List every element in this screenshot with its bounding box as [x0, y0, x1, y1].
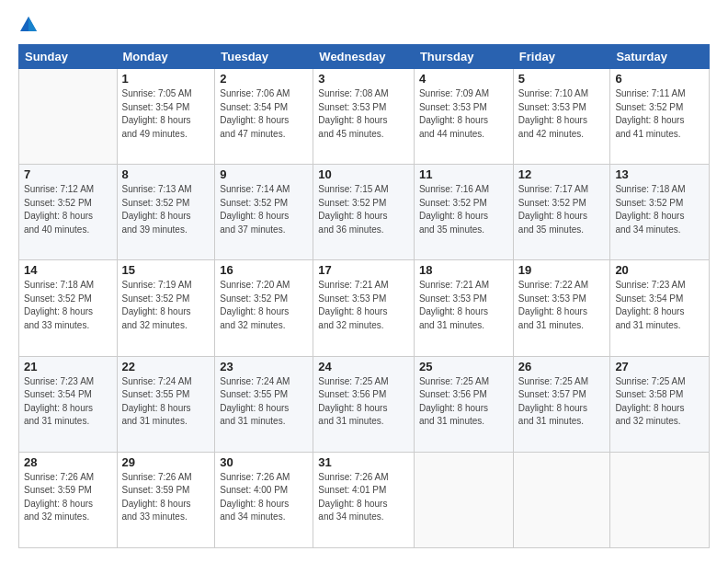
header — [18, 15, 710, 35]
day-cell: 25Sunrise: 7:25 AM Sunset: 3:56 PM Dayli… — [414, 356, 513, 452]
col-header-wednesday: Wednesday — [313, 45, 415, 69]
day-number: 24 — [318, 360, 409, 373]
svg-marker-1 — [28, 17, 37, 31]
day-cell: 11Sunrise: 7:16 AM Sunset: 3:52 PM Dayli… — [414, 165, 513, 260]
day-number: 21 — [24, 360, 112, 373]
day-info: Sunrise: 7:23 AM Sunset: 3:54 PM Dayligh… — [24, 375, 112, 429]
day-info: Sunrise: 7:16 AM Sunset: 3:52 PM Dayligh… — [419, 183, 508, 236]
day-number: 10 — [318, 167, 409, 181]
day-cell: 29Sunrise: 7:26 AM Sunset: 3:59 PM Dayli… — [117, 452, 215, 547]
day-info: Sunrise: 7:11 AM Sunset: 3:52 PM Dayligh… — [615, 87, 704, 141]
day-info: Sunrise: 7:13 AM Sunset: 3:52 PM Dayligh… — [122, 183, 210, 236]
day-info: Sunrise: 7:22 AM Sunset: 3:53 PM Dayligh… — [518, 279, 606, 332]
day-cell: 2Sunrise: 7:06 AM Sunset: 3:54 PM Daylig… — [215, 69, 313, 165]
day-info: Sunrise: 7:19 AM Sunset: 3:52 PM Dayligh… — [122, 279, 210, 332]
day-info: Sunrise: 7:25 AM Sunset: 3:57 PM Dayligh… — [518, 375, 606, 429]
day-info: Sunrise: 7:25 AM Sunset: 3:58 PM Dayligh… — [615, 375, 704, 429]
day-number: 8 — [122, 167, 210, 181]
col-header-tuesday: Tuesday — [215, 45, 313, 69]
day-cell: 4Sunrise: 7:09 AM Sunset: 3:53 PM Daylig… — [414, 69, 513, 165]
day-cell: 19Sunrise: 7:22 AM Sunset: 3:53 PM Dayli… — [513, 260, 610, 356]
day-number: 2 — [220, 72, 308, 86]
day-info: Sunrise: 7:18 AM Sunset: 3:52 PM Dayligh… — [24, 279, 112, 332]
day-cell: 28Sunrise: 7:26 AM Sunset: 3:59 PM Dayli… — [19, 452, 118, 547]
day-info: Sunrise: 7:23 AM Sunset: 3:54 PM Dayligh… — [615, 279, 704, 332]
day-info: Sunrise: 7:26 AM Sunset: 3:59 PM Dayligh… — [122, 471, 210, 524]
day-number: 9 — [220, 167, 308, 181]
day-number: 15 — [122, 263, 210, 277]
day-cell: 14Sunrise: 7:18 AM Sunset: 3:52 PM Dayli… — [19, 260, 118, 356]
week-row-3: 14Sunrise: 7:18 AM Sunset: 3:52 PM Dayli… — [19, 260, 710, 356]
day-cell: 12Sunrise: 7:17 AM Sunset: 3:52 PM Dayli… — [513, 165, 610, 260]
page: SundayMondayTuesdayWednesdayThursdayFrid… — [0, 0, 728, 563]
day-info: Sunrise: 7:25 AM Sunset: 3:56 PM Dayligh… — [419, 375, 508, 429]
week-row-4: 21Sunrise: 7:23 AM Sunset: 3:54 PM Dayli… — [19, 356, 710, 452]
day-number: 20 — [615, 263, 704, 277]
day-cell: 24Sunrise: 7:25 AM Sunset: 3:56 PM Dayli… — [313, 356, 415, 452]
col-header-thursday: Thursday — [414, 45, 513, 69]
logo-icon — [18, 15, 39, 35]
day-cell: 27Sunrise: 7:25 AM Sunset: 3:58 PM Dayli… — [610, 356, 710, 452]
day-cell: 21Sunrise: 7:23 AM Sunset: 3:54 PM Dayli… — [19, 356, 118, 452]
day-info: Sunrise: 7:17 AM Sunset: 3:52 PM Dayligh… — [518, 183, 606, 236]
day-number: 12 — [518, 167, 606, 181]
day-cell — [513, 452, 610, 547]
day-info: Sunrise: 7:26 AM Sunset: 4:01 PM Dayligh… — [318, 471, 409, 524]
day-number: 29 — [122, 455, 210, 469]
day-number: 18 — [419, 263, 508, 277]
day-number: 16 — [220, 263, 308, 277]
day-cell: 17Sunrise: 7:21 AM Sunset: 3:53 PM Dayli… — [313, 260, 415, 356]
day-cell: 9Sunrise: 7:14 AM Sunset: 3:52 PM Daylig… — [215, 165, 313, 260]
day-number: 30 — [220, 455, 308, 469]
day-number: 7 — [24, 167, 112, 181]
day-cell: 20Sunrise: 7:23 AM Sunset: 3:54 PM Dayli… — [610, 260, 710, 356]
day-number: 23 — [220, 360, 308, 373]
day-number: 26 — [518, 360, 606, 373]
day-info: Sunrise: 7:10 AM Sunset: 3:53 PM Dayligh… — [518, 87, 606, 141]
day-cell: 31Sunrise: 7:26 AM Sunset: 4:01 PM Dayli… — [313, 452, 415, 547]
day-number: 27 — [615, 360, 704, 373]
day-cell: 8Sunrise: 7:13 AM Sunset: 3:52 PM Daylig… — [117, 165, 215, 260]
day-info: Sunrise: 7:20 AM Sunset: 3:52 PM Dayligh… — [220, 279, 308, 332]
header-row: SundayMondayTuesdayWednesdayThursdayFrid… — [19, 45, 710, 69]
day-info: Sunrise: 7:05 AM Sunset: 3:54 PM Dayligh… — [122, 87, 210, 141]
day-number: 13 — [615, 167, 704, 181]
day-cell — [414, 452, 513, 547]
day-cell: 3Sunrise: 7:08 AM Sunset: 3:53 PM Daylig… — [313, 69, 415, 165]
day-cell: 23Sunrise: 7:24 AM Sunset: 3:55 PM Dayli… — [215, 356, 313, 452]
day-info: Sunrise: 7:21 AM Sunset: 3:53 PM Dayligh… — [419, 279, 508, 332]
day-info: Sunrise: 7:24 AM Sunset: 3:55 PM Dayligh… — [220, 375, 308, 429]
day-cell: 6Sunrise: 7:11 AM Sunset: 3:52 PM Daylig… — [610, 69, 710, 165]
day-number: 4 — [419, 72, 508, 86]
day-info: Sunrise: 7:12 AM Sunset: 3:52 PM Dayligh… — [24, 183, 112, 236]
day-cell: 10Sunrise: 7:15 AM Sunset: 3:52 PM Dayli… — [313, 165, 415, 260]
day-info: Sunrise: 7:14 AM Sunset: 3:52 PM Dayligh… — [220, 183, 308, 236]
day-number: 19 — [518, 263, 606, 277]
calendar-table: SundayMondayTuesdayWednesdayThursdayFrid… — [18, 44, 710, 548]
day-cell: 16Sunrise: 7:20 AM Sunset: 3:52 PM Dayli… — [215, 260, 313, 356]
day-info: Sunrise: 7:26 AM Sunset: 3:59 PM Dayligh… — [24, 471, 112, 524]
day-cell: 18Sunrise: 7:21 AM Sunset: 3:53 PM Dayli… — [414, 260, 513, 356]
logo — [18, 15, 40, 35]
day-cell: 7Sunrise: 7:12 AM Sunset: 3:52 PM Daylig… — [19, 165, 118, 260]
day-cell: 15Sunrise: 7:19 AM Sunset: 3:52 PM Dayli… — [117, 260, 215, 356]
day-cell: 30Sunrise: 7:26 AM Sunset: 4:00 PM Dayli… — [215, 452, 313, 547]
day-number: 17 — [318, 263, 409, 277]
day-cell: 5Sunrise: 7:10 AM Sunset: 3:53 PM Daylig… — [513, 69, 610, 165]
col-header-sunday: Sunday — [19, 45, 118, 69]
day-info: Sunrise: 7:21 AM Sunset: 3:53 PM Dayligh… — [318, 279, 409, 332]
day-info: Sunrise: 7:26 AM Sunset: 4:00 PM Dayligh… — [220, 471, 308, 524]
day-cell — [19, 69, 118, 165]
day-cell: 26Sunrise: 7:25 AM Sunset: 3:57 PM Dayli… — [513, 356, 610, 452]
day-number: 11 — [419, 167, 508, 181]
week-row-2: 7Sunrise: 7:12 AM Sunset: 3:52 PM Daylig… — [19, 165, 710, 260]
day-info: Sunrise: 7:06 AM Sunset: 3:54 PM Dayligh… — [220, 87, 308, 141]
week-row-1: 1Sunrise: 7:05 AM Sunset: 3:54 PM Daylig… — [19, 69, 710, 165]
day-cell: 1Sunrise: 7:05 AM Sunset: 3:54 PM Daylig… — [117, 69, 215, 165]
day-number: 3 — [318, 72, 409, 86]
day-cell: 22Sunrise: 7:24 AM Sunset: 3:55 PM Dayli… — [117, 356, 215, 452]
day-number: 14 — [24, 263, 112, 277]
col-header-monday: Monday — [117, 45, 215, 69]
day-info: Sunrise: 7:25 AM Sunset: 3:56 PM Dayligh… — [318, 375, 409, 429]
day-cell — [610, 452, 710, 547]
